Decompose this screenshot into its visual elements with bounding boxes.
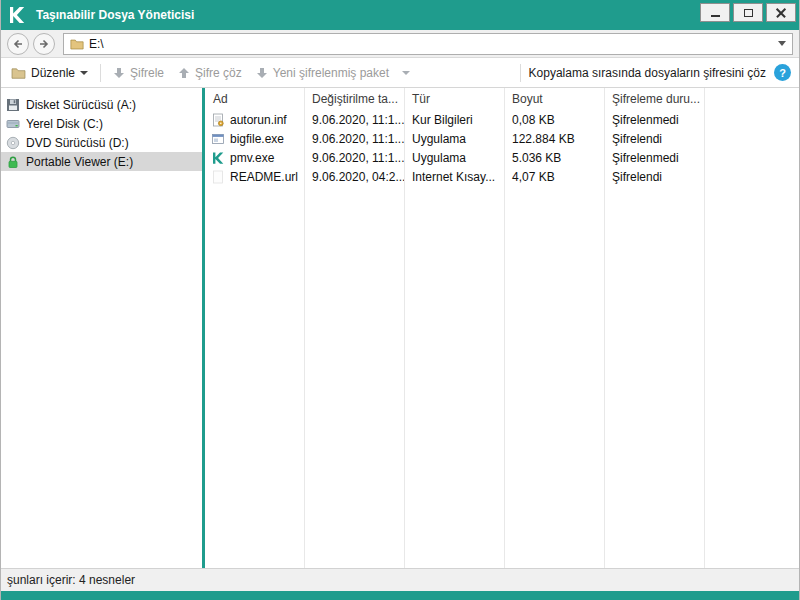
new-encrypted-package-button[interactable]: Yeni şifrelenmiş paket <box>254 66 412 80</box>
bottom-accent-bar <box>1 591 799 600</box>
dvd-drive-icon <box>6 136 20 150</box>
url-file-icon <box>211 170 225 184</box>
titlebar: Taşınabilir Dosya Yöneticisi <box>1 0 799 30</box>
folder-icon <box>11 67 26 79</box>
chevron-down-icon <box>402 71 410 75</box>
file-encryption-status: Şifrelendi <box>604 132 704 146</box>
navigation-bar: E:\ <box>1 30 799 58</box>
file-name: autorun.inf <box>230 113 287 127</box>
column-separator <box>304 88 305 568</box>
column-header-status[interactable]: Şifreleme duru... <box>604 92 704 106</box>
file-row[interactable]: README.url 9.06.2020, 04:2... Internet K… <box>205 167 799 186</box>
status-bar: şunları içerir: 4 nesneler <box>1 568 799 591</box>
lock-icon <box>6 155 20 169</box>
sidebar-item-label: Yerel Disk (C:) <box>26 117 103 131</box>
help-info-icon[interactable] <box>774 64 791 81</box>
list-header: Ad Değiştirilme ta... Tür Boyut Şifrelem… <box>205 88 799 110</box>
folder-icon <box>70 37 84 51</box>
minimize-icon <box>711 15 720 17</box>
file-size: 4,07 KB <box>504 170 604 184</box>
file-modified: 9.06.2020, 04:2... <box>304 170 404 184</box>
column-separator <box>704 88 705 568</box>
column-header-modified[interactable]: Değiştirilme ta... <box>304 92 404 106</box>
back-arrow-icon <box>11 37 25 51</box>
file-encryption-status: Şifrelendi <box>604 170 704 184</box>
file-row[interactable]: pmv.exe 9.06.2020, 11:1... Uygulama 5.03… <box>205 148 799 167</box>
toolbar-separator <box>520 64 521 82</box>
close-button[interactable] <box>766 3 796 22</box>
sidebar-item-floppy-a[interactable]: Disket Sürücüsü (A:) <box>1 95 202 114</box>
column-header-type[interactable]: Tür <box>404 92 504 106</box>
file-modified: 9.06.2020, 11:1... <box>304 151 404 165</box>
sidebar-item-label: Portable Viewer (E:) <box>26 155 133 169</box>
chevron-down-icon <box>80 71 88 75</box>
file-type: Internet Kısay... <box>404 170 504 184</box>
column-separator <box>504 88 505 568</box>
sidebar-item-portable-viewer-e[interactable]: Portable Viewer (E:) <box>1 152 202 171</box>
sidebar-item-label: Disket Sürücüsü (A:) <box>26 98 136 112</box>
organize-label: Düzenle <box>31 66 75 80</box>
close-icon <box>776 8 786 18</box>
main-area: Disket Sürücüsü (A:) Yerel Disk (C:) DVD… <box>1 88 799 568</box>
drive-tree-sidebar: Disket Sürücüsü (A:) Yerel Disk (C:) DVD… <box>1 88 202 568</box>
toolbar-right-group: Kopyalama sırasında dosyaların şifresini… <box>520 64 791 82</box>
window-controls <box>700 3 796 22</box>
forward-button[interactable] <box>33 33 55 55</box>
address-bar[interactable]: E:\ <box>63 33 793 55</box>
file-type: Kur Bilgileri <box>404 113 504 127</box>
address-dropdown-icon[interactable] <box>778 41 786 46</box>
toolbar-separator <box>100 64 101 82</box>
hard-disk-icon <box>6 117 20 131</box>
inf-file-icon <box>211 113 225 127</box>
floppy-drive-icon <box>6 98 20 112</box>
file-size: 0,08 KB <box>504 113 604 127</box>
window-title: Taşınabilir Dosya Yöneticisi <box>36 8 194 22</box>
arrow-up-icon <box>178 67 190 79</box>
back-button[interactable] <box>7 33 29 55</box>
sidebar-item-local-disk-c[interactable]: Yerel Disk (C:) <box>1 114 202 133</box>
file-row[interactable]: bigfile.exe 9.06.2020, 11:1... Uygulama … <box>205 129 799 148</box>
file-type: Uygulama <box>404 151 504 165</box>
file-encryption-status: Şifrelenmedi <box>604 113 704 127</box>
status-text: şunları içerir: 4 nesneler <box>7 573 135 587</box>
sidebar-item-dvd-d[interactable]: DVD Sürücüsü (D:) <box>1 133 202 152</box>
arrow-down-icon <box>256 67 268 79</box>
column-separator <box>404 88 405 568</box>
minimize-button[interactable] <box>700 3 730 22</box>
maximize-button[interactable] <box>733 3 763 22</box>
column-header-name[interactable]: Ad <box>205 92 304 106</box>
file-size: 5.036 KB <box>504 151 604 165</box>
decrypt-label: Şifre çöz <box>195 66 242 80</box>
kaspersky-logo-icon <box>5 3 29 27</box>
file-encryption-status: Şifrelenmedi <box>604 151 704 165</box>
exe-file-icon <box>211 132 225 146</box>
column-header-size[interactable]: Boyut <box>504 92 604 106</box>
decrypt-button[interactable]: Şifre çöz <box>176 66 244 80</box>
file-size: 122.884 KB <box>504 132 604 146</box>
column-separator <box>604 88 605 568</box>
file-modified: 9.06.2020, 11:1... <box>304 132 404 146</box>
forward-arrow-icon <box>37 37 51 51</box>
file-name: pmv.exe <box>230 151 274 165</box>
toolbar: Düzenle Şifrele Şifre çöz Yeni şifrelenm… <box>1 58 799 88</box>
encrypt-button[interactable]: Şifrele <box>111 66 166 80</box>
maximize-icon <box>744 9 753 17</box>
file-type: Uygulama <box>404 132 504 146</box>
file-list-pane: Ad Değiştirilme ta... Tür Boyut Şifrelem… <box>205 88 799 568</box>
arrow-down-icon <box>113 67 125 79</box>
address-text: E:\ <box>89 37 104 51</box>
copy-decrypt-label: Kopyalama sırasında dosyaların şifresini… <box>529 66 766 80</box>
encrypt-label: Şifrele <box>130 66 164 80</box>
file-name: README.url <box>230 170 298 184</box>
new-package-label: Yeni şifrelenmiş paket <box>273 66 389 80</box>
organize-button[interactable]: Düzenle <box>9 66 90 80</box>
portable-file-manager-window: Taşınabilir Dosya Yöneticisi E:\ Düzenle <box>0 0 800 600</box>
sidebar-item-label: DVD Sürücüsü (D:) <box>26 136 129 150</box>
file-row[interactable]: autorun.inf 9.06.2020, 11:1... Kur Bilgi… <box>205 110 799 129</box>
kaspersky-k-icon <box>211 151 225 165</box>
file-modified: 9.06.2020, 11:1... <box>304 113 404 127</box>
file-name: bigfile.exe <box>230 132 284 146</box>
